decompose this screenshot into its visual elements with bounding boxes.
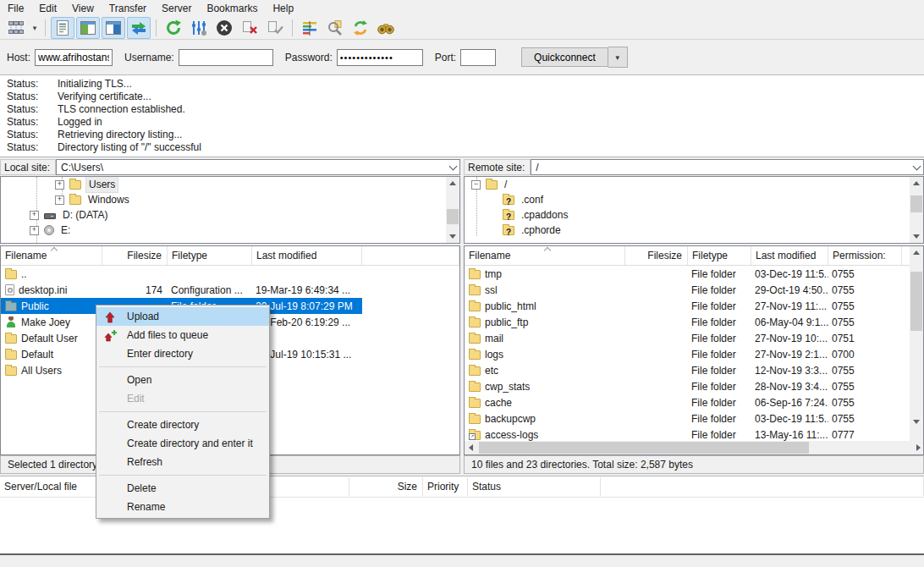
toolbar-separator: [156, 19, 157, 36]
tree-item-drive-d[interactable]: D: (DATA): [1, 207, 459, 223]
process-queue-button[interactable]: [187, 17, 211, 39]
context-menu-item-refresh[interactable]: Refresh: [96, 453, 269, 471]
toggle-message-log-button[interactable]: [51, 17, 74, 39]
remote-row-logs[interactable]: logsFile folder27-Nov-19 2:1...0700: [465, 346, 923, 362]
scroll-down-icon[interactable]: [910, 415, 923, 428]
remote-row-tmp[interactable]: tmpFile folder03-Dec-19 11:5...0755: [465, 266, 923, 282]
local-path-combo[interactable]: C:\Users\: [56, 159, 460, 175]
cancel-button[interactable]: [212, 17, 236, 39]
menu-transfer[interactable]: Transfer: [102, 1, 154, 16]
remote-row-cwp-stats[interactable]: cwp_statsFile folder28-Nov-19 3:4...0755: [465, 378, 923, 394]
column-header-last-modified[interactable]: Last modified: [252, 246, 362, 265]
scroll-down-icon[interactable]: [446, 229, 459, 243]
column-header-status[interactable]: Status: [468, 477, 601, 496]
remote-row-backupcwp[interactable]: backupcwpFile folder03-Dec-19 11:5...075…: [465, 410, 923, 427]
context-menu-item-create-directory-and-enter[interactable]: Create directory and enter it: [96, 434, 269, 453]
menu-separator: [99, 411, 267, 412]
menu-help[interactable]: Help: [265, 1, 301, 16]
remote-list-vscrollbar[interactable]: [910, 246, 923, 443]
remote-tree-scrollbar[interactable]: [910, 177, 923, 243]
menu-file[interactable]: File: [0, 1, 31, 16]
column-header-priority[interactable]: Priority: [423, 477, 468, 496]
remote-row-public-html[interactable]: public_htmlFile folder27-Nov-19 11:...07…: [465, 298, 923, 314]
context-menu-item-open[interactable]: Open: [96, 371, 269, 389]
remote-row-public-ftp[interactable]: public_ftpFile folder06-May-04 9:1...075…: [465, 314, 923, 330]
local-tree-scrollbar[interactable]: [446, 177, 459, 243]
scroll-left-icon[interactable]: [465, 441, 478, 454]
tree-item-windows[interactable]: Windows: [1, 192, 459, 207]
quickconnect-button[interactable]: Quickconnect: [521, 47, 608, 67]
site-manager-button[interactable]: [4, 17, 28, 39]
scrollbar-thumb[interactable]: [479, 442, 809, 454]
context-menu-item-enter-directory[interactable]: Enter directory: [96, 344, 269, 363]
remote-row-cache[interactable]: cacheFile folder06-Sep-16 7:24...0755: [465, 394, 923, 410]
reconnect-button[interactable]: [263, 17, 287, 39]
scroll-up-icon[interactable]: [910, 177, 923, 190]
remote-list-hscrollbar[interactable]: [465, 441, 924, 454]
remote-file-list: Filename Filesize Filetype Last modified…: [464, 245, 924, 455]
disconnect-button[interactable]: [238, 17, 261, 39]
site-manager-dropdown-button[interactable]: ▾: [29, 18, 41, 38]
scroll-up-icon[interactable]: [910, 246, 923, 260]
tree-item-conf[interactable]: .conf: [465, 192, 923, 207]
menu-view[interactable]: View: [64, 1, 102, 16]
remote-row-ssl[interactable]: sslFile folder29-Oct-19 4:50...0755: [465, 282, 923, 298]
toolbar: ▾: [0, 17, 924, 40]
menu-server[interactable]: Server: [154, 1, 199, 16]
quickconnect-dropdown-button[interactable]: ▾: [608, 47, 628, 68]
toggle-transfer-queue-button[interactable]: [127, 17, 151, 39]
scroll-right-icon[interactable]: [911, 441, 924, 454]
column-header-filetype[interactable]: Filetype: [688, 246, 751, 265]
context-menu-item-create-directory[interactable]: Create directory: [96, 416, 269, 434]
column-header-filename[interactable]: Filename: [1, 246, 102, 265]
tree-item-root[interactable]: /: [465, 177, 923, 192]
scrollbar-thumb[interactable]: [447, 209, 459, 224]
filename-search-button[interactable]: [323, 17, 347, 39]
expand-icon[interactable]: [55, 195, 64, 205]
scrollbar-thumb[interactable]: [910, 195, 922, 212]
password-input[interactable]: [337, 49, 423, 66]
directory-comparison-button[interactable]: [298, 17, 322, 39]
menu-bookmarks[interactable]: Bookmarks: [199, 1, 265, 16]
refresh-button[interactable]: [162, 17, 185, 39]
file-row-desktop-ini[interactable]: desktop.ini 174Configuration ...19-Mar-1…: [1, 282, 459, 298]
context-menu-item-delete[interactable]: Delete: [96, 479, 269, 498]
file-row-parent[interactable]: ..: [1, 266, 459, 282]
find-files-button[interactable]: [374, 17, 398, 39]
tree-item-cpaddons[interactable]: .cpaddons: [465, 207, 923, 223]
menu-bar: File Edit View Transfer Server Bookmarks…: [0, 0, 924, 17]
tree-item-drive-e[interactable]: E:: [1, 223, 459, 238]
scroll-down-icon[interactable]: [910, 229, 923, 243]
username-input[interactable]: [179, 49, 273, 66]
column-header-last-modified[interactable]: Last modified: [751, 246, 828, 265]
toggle-remote-tree-button[interactable]: [102, 17, 125, 39]
expand-icon[interactable]: [30, 226, 39, 235]
column-header-filename[interactable]: Filename: [465, 246, 625, 265]
expand-icon[interactable]: [30, 211, 39, 220]
port-input[interactable]: [460, 49, 496, 66]
remote-row-mail[interactable]: mailFile folder27-Nov-19 10:...0751: [465, 330, 923, 346]
context-menu-item-upload[interactable]: Upload: [96, 307, 269, 326]
host-input[interactable]: [35, 49, 113, 66]
column-header-size[interactable]: Size: [349, 477, 423, 496]
remote-row-etc[interactable]: etcFile folder12-Nov-19 3:3...0755: [465, 362, 923, 378]
collapse-icon[interactable]: [471, 180, 481, 190]
tree-item-users[interactable]: Users: [1, 177, 459, 192]
scroll-up-icon[interactable]: [446, 177, 459, 190]
context-menu-item-rename[interactable]: Rename: [96, 498, 269, 516]
context-menu-item-add-files-to-queue[interactable]: Add files to queue: [96, 326, 269, 344]
expand-icon[interactable]: [55, 180, 64, 190]
column-header-filesize[interactable]: Filesize: [102, 246, 168, 265]
remote-path-combo[interactable]: /: [531, 159, 924, 175]
toggle-local-tree-button[interactable]: [76, 17, 100, 39]
tree-item-cphorde[interactable]: .cphorde: [465, 223, 923, 238]
menu-edit[interactable]: Edit: [31, 1, 64, 16]
context-menu: Upload Add files to queue Enter director…: [96, 305, 270, 519]
transfer-queue-icon: [129, 19, 148, 37]
column-header-filetype[interactable]: Filetype: [168, 246, 252, 265]
folder-icon: [469, 286, 481, 295]
synchronized-browsing-button[interactable]: [349, 17, 372, 39]
scrollbar-thumb[interactable]: [910, 272, 922, 331]
column-header-permissions[interactable]: Permission:: [828, 246, 902, 265]
column-header-filesize[interactable]: Filesize: [625, 246, 688, 265]
